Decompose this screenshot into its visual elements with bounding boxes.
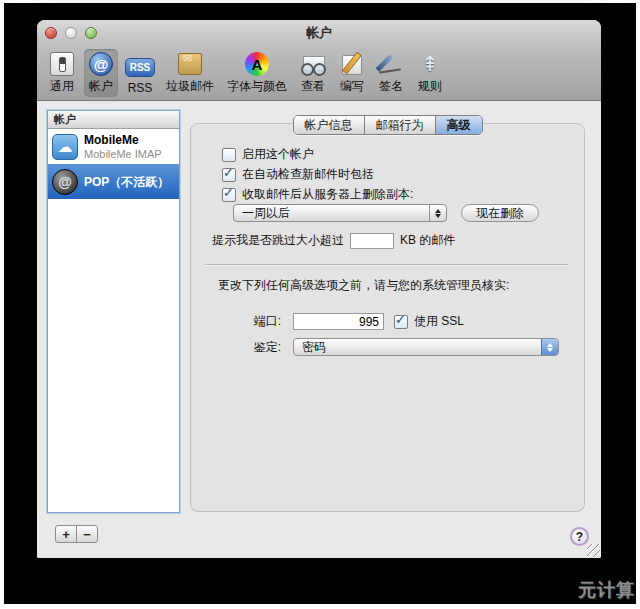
signatures-icon [378,51,404,77]
remove-schedule-row: 一周以后 现在删除 [233,204,539,222]
account-row-pop[interactable]: @ POP（不活跃） [48,164,179,199]
enable-account-checkbox[interactable] [222,148,236,162]
admin-warning-text: 更改下列任何高级选项之前，请与您的系统管理员核实: [218,277,509,294]
section-divider [205,264,568,265]
title-bar[interactable]: 帐户 [37,20,601,45]
zoom-button[interactable] [85,27,97,39]
remove-now-button[interactable]: 现在删除 [461,204,539,222]
tab-account-information[interactable]: 帐户信息 [294,116,364,134]
preferences-toolbar: 通用 @ 帐户 RSS RSS 垃圾邮件 A 字体与颜色 查看 编 [37,45,601,101]
account-list-header: 帐户 [48,111,179,129]
toolbar-item-label: 规则 [418,78,442,95]
account-name: MobileMe [84,133,162,147]
toolbar-item-label: 帐户 [89,78,113,95]
toolbar-item-label: 查看 [301,78,325,95]
size-threshold-field[interactable] [350,233,394,249]
remove-schedule-value: 一周以后 [234,205,429,222]
authentication-value: 密码 [294,339,541,356]
content-area: 帐户 ☁ MobileMe MobileMe IMAP @ POP（不活跃） +… [37,101,601,558]
size-prompt-prefix: 提示我是否跳过大小超过 [212,232,344,249]
toolbar-item-label: 签名 [379,78,403,95]
accounts-icon: @ [88,51,114,77]
admin-warning-row: 更改下列任何高级选项之前，请与您的系统管理员核实: [218,277,509,294]
resize-grip-icon[interactable] [587,544,600,557]
watermark: 元计算 [578,578,635,602]
toolbar-item-label: 字体与颜色 [227,78,287,95]
size-prompt-suffix: KB 的邮件 [400,232,455,249]
port-row: 端口: 使用 SSL [197,313,464,330]
junk-mail-icon [177,51,203,77]
port-label: 端口: [197,313,281,330]
include-checking-label: 在自动检查新邮件时包括 [242,166,374,183]
use-ssl-checkbox[interactable] [394,315,408,329]
toolbar-item-accounts[interactable]: @ 帐户 [84,49,118,97]
accounts-preferences-window: 帐户 通用 @ 帐户 RSS RSS 垃圾邮件 A 字体与颜色 [37,20,601,558]
window-title: 帐户 [37,20,601,45]
toolbar-item-rss[interactable]: RSS RSS [123,52,157,97]
account-tabs: 帐户信息 邮箱行为 高级 [190,115,585,135]
mobileme-cloud-icon: ☁ [52,134,78,160]
toolbar-item-rules[interactable]: ⇞ 规则 [413,49,447,97]
popup-stepper-icon [541,339,558,355]
add-account-button[interactable]: + [56,526,76,542]
authentication-popup[interactable]: 密码 [293,338,559,356]
fonts-colors-icon: A [244,51,270,77]
account-list: 帐户 ☁ MobileMe MobileMe IMAP @ POP（不活跃） [47,110,180,513]
enable-account-row: 启用这个帐户 [222,146,314,163]
rules-icon: ⇞ [417,51,443,77]
toolbar-item-signatures[interactable]: 签名 [374,49,408,97]
toolbar-item-label: 垃圾邮件 [166,78,214,95]
toolbar-item-general[interactable]: 通用 [45,49,79,97]
include-checking-row: 在自动检查新邮件时包括 [222,166,374,183]
toolbar-item-composing[interactable]: 编写 [335,49,369,97]
minimize-button[interactable] [65,27,77,39]
use-ssl-label: 使用 SSL [414,313,464,330]
remove-copy-label: 收取邮件后从服务器上删除副本: [242,186,413,203]
remove-account-button[interactable]: − [76,526,97,542]
toolbar-item-viewing[interactable]: 查看 [296,49,330,97]
remove-copy-row: 收取邮件后从服务器上删除副本: [222,186,413,203]
toolbar-item-fonts-colors[interactable]: A 字体与颜色 [223,49,291,97]
viewing-icon [300,51,326,77]
toolbar-item-label: 编写 [340,78,364,95]
pop-at-icon: @ [52,169,78,195]
remove-schedule-popup[interactable]: 一周以后 [233,204,447,222]
toolbar-item-label: RSS [128,81,153,95]
include-checking-checkbox[interactable] [222,168,236,182]
authentication-row: 鉴定: 密码 [197,338,559,356]
toolbar-item-junk-mail[interactable]: 垃圾邮件 [162,49,218,97]
toolbar-item-label: 通用 [50,78,74,95]
account-add-remove-group: + − [55,525,98,543]
enable-account-label: 启用这个帐户 [242,146,314,163]
general-icon [49,51,75,77]
rss-icon: RSS [127,54,153,80]
authentication-label: 鉴定: [197,339,281,356]
account-name: POP（不活跃） [84,175,169,189]
account-row-mobileme[interactable]: ☁ MobileMe MobileMe IMAP [48,129,179,164]
size-prompt-row: 提示我是否跳过大小超过 KB 的邮件 [212,232,455,249]
close-button[interactable] [45,27,57,39]
tab-advanced[interactable]: 高级 [435,116,482,134]
remove-copy-checkbox[interactable] [222,188,236,202]
popup-stepper-icon [429,205,446,221]
composing-icon [339,51,365,77]
port-field[interactable] [293,313,384,330]
account-detail: MobileMe IMAP [84,147,162,161]
tab-mailbox-behaviors[interactable]: 邮箱行为 [364,116,435,134]
